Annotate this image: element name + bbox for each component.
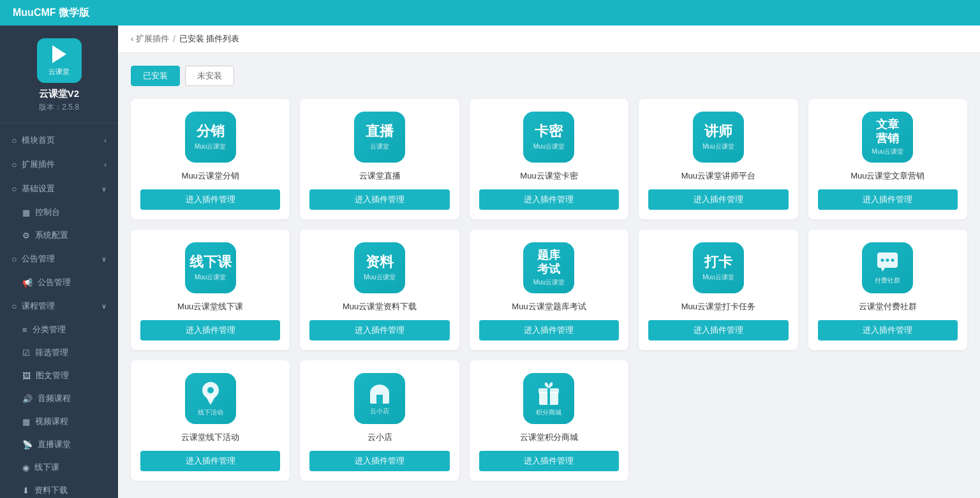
sidebar-label-plugins: 扩展插件: [22, 159, 55, 170]
breadcrumb-current: 已安装 插件列表: [179, 33, 240, 45]
content-area: ‹ 扩展插件 / 已安装 插件列表 已安装 未安装 分销 Muu云课堂 Muu云…: [118, 26, 980, 498]
plugin-name-ziliao: Muu云课堂资料下载: [343, 301, 417, 312]
live-icon: 📡: [22, 440, 33, 450]
sidebar-label-notice: 公告管理: [22, 253, 55, 265]
sidebar-label-offline: 线下课: [34, 462, 59, 473]
app-title: MuuCMF 微学版: [13, 6, 89, 20]
breadcrumb-parent[interactable]: ‹ 扩展插件: [131, 33, 169, 45]
megaphone-icon: 📢: [22, 278, 33, 288]
circle-icon-4: ○: [11, 254, 17, 264]
plugin-grid: 分销 Muu云课堂 Muu云课堂分销 进入插件管理 直播 云课堂 云课堂直播 进…: [131, 99, 967, 481]
plugin-icon-zhibo: 直播 云课堂: [354, 112, 405, 163]
chevron-down-icon-3: ∨: [101, 302, 107, 311]
plugin-card-tikulkaoshi: 题库考试 Muu云课堂 Muu云课堂题库考试 进入插件管理: [470, 230, 628, 350]
plugin-card-jifenshangcheng: 积分商城 云课堂积分商城 进入插件管理: [470, 360, 628, 481]
chat-icon: [876, 251, 899, 274]
plugin-icon-text-zhibo: 直播: [366, 123, 394, 140]
svg-rect-12: [547, 388, 550, 405]
plugin-icon-sub-zhibo: 云课堂: [370, 142, 389, 151]
sidebar-item-control-panel[interactable]: ▦ 控制台: [0, 201, 118, 224]
plugin-btn-fufeishequ[interactable]: 进入插件管理: [818, 320, 958, 341]
plugin-btn-daka[interactable]: 进入插件管理: [648, 320, 788, 341]
plugin-card-yunxiaodian: 云小店 云小店 进入插件管理: [300, 360, 459, 481]
store-icon: [367, 382, 392, 405]
sidebar-item-plugins[interactable]: ○ 扩展插件 ‹: [0, 152, 118, 177]
sidebar-item-data-download[interactable]: ⬇ 资料下载: [0, 479, 118, 498]
plugin-btn-jiangshi[interactable]: 进入插件管理: [648, 189, 788, 210]
svg-marker-4: [881, 268, 885, 272]
list-icon: ≡: [22, 325, 27, 335]
sidebar-label-filter: 筛选管理: [35, 347, 68, 358]
circle-icon: ○: [11, 135, 17, 145]
top-header: MuuCMF 微学版: [0, 0, 980, 26]
chevron-down-icon: ∨: [101, 185, 107, 193]
sidebar-item-video[interactable]: ▦ 视频课程: [0, 410, 118, 433]
sidebar-logo: 云课堂 云课堂V2 版本：2.5.8: [0, 26, 118, 123]
plugin-btn-fxiao[interactable]: 进入插件管理: [140, 189, 280, 210]
plugin-btn-zhibo[interactable]: 进入插件管理: [309, 189, 449, 210]
plugin-btn-tikulkaoshi[interactable]: 进入插件管理: [479, 320, 619, 341]
sidebar-item-filter[interactable]: ☑ 筛选管理: [0, 341, 118, 364]
plugin-icon-fxiao: 分销 Muu云课堂: [185, 112, 236, 163]
plugin-name-xianxiahuodong: 云课堂线下活动: [181, 432, 239, 443]
sidebar-label-category: 分类管理: [33, 324, 66, 335]
sidebar-label-data: 资料下载: [34, 485, 68, 496]
sidebar-item-category[interactable]: ≡ 分类管理: [0, 318, 118, 341]
sidebar-item-audio[interactable]: 🔊 音频课程: [0, 387, 118, 410]
tab-installed[interactable]: 已安装: [131, 66, 180, 86]
location-pin-icon: [199, 381, 222, 406]
plugin-icon-jifenshangcheng: 积分商城: [523, 373, 574, 424]
content-main: 已安装 未安装 分销 Muu云课堂 Muu云课堂分销 进入插件管理: [118, 53, 980, 498]
audio-icon: 🔊: [22, 394, 33, 404]
play-icon: [52, 45, 66, 63]
video-icon: ▦: [22, 417, 30, 427]
tab-not-installed[interactable]: 未安装: [185, 66, 234, 86]
plugin-name-daka: Muu云课堂打卡任务: [681, 301, 755, 312]
plugin-btn-xianxiake[interactable]: 进入插件管理: [140, 320, 280, 341]
sidebar-item-course[interactable]: ○ 课程管理 ∨: [0, 294, 118, 318]
sidebar-item-image-text[interactable]: 🖼 图文管理: [0, 364, 118, 387]
plugin-icon-xianxiake: 线下课 Muu云课堂: [185, 242, 236, 293]
circle-icon-5: ○: [11, 301, 17, 311]
plugin-icon-fufeishequ: 付费社群: [862, 242, 913, 293]
plugin-btn-xianxiahuodong[interactable]: 进入插件管理: [140, 451, 280, 471]
plugin-icon-sub-ziliao: Muu云课堂: [364, 273, 395, 282]
plugin-icon-sub-jiangshi: Muu云课堂: [702, 142, 734, 151]
svg-point-1: [881, 258, 884, 261]
plugin-btn-ziliao[interactable]: 进入插件管理: [309, 320, 449, 341]
sidebar-label-module-home: 模块首页: [22, 135, 55, 146]
plugin-card-kami: 卡密 Muu云课堂 Muu云课堂卡密 进入插件管理: [470, 99, 628, 219]
chevron-down-icon-2: ∨: [101, 255, 107, 263]
sidebar-label-video: 视频课程: [35, 416, 68, 427]
plugin-icon-sub-fufeishequ: 付费社群: [875, 276, 900, 285]
sidebar: 云课堂 云课堂V2 版本：2.5.8 ○ 模块首页 ‹ ○ 扩展插件 ‹ ○ 基…: [0, 26, 118, 498]
plugin-icon-sub-daka: Muu云课堂: [702, 273, 734, 282]
plugin-name-wenzhangyingxiao: Muu云课堂文章营销: [850, 170, 924, 182]
sidebar-item-module-home[interactable]: ○ 模块首页 ‹: [0, 128, 118, 152]
sidebar-item-live[interactable]: 📡 直播课堂: [0, 433, 118, 456]
sidebar-item-system-config[interactable]: ⚙ 系统配置: [0, 224, 118, 247]
plugin-btn-yunxiaodian[interactable]: 进入插件管理: [309, 451, 449, 471]
image-icon: 🖼: [22, 371, 31, 381]
plugin-icon-kami: 卡密 Muu云课堂: [523, 112, 574, 163]
plugin-card-fufeishequ: 付费社群 云课堂付费社群 进入插件管理: [808, 230, 967, 350]
plugin-btn-jifenshangcheng[interactable]: 进入插件管理: [479, 451, 619, 471]
plugin-btn-kami[interactable]: 进入插件管理: [479, 189, 619, 210]
plugin-icon-sub-wenzhangyingxiao: Muu云课堂: [872, 147, 903, 156]
plugin-icon-sub-yunxiaodian: 云小店: [370, 407, 389, 416]
sidebar-item-basic-settings[interactable]: ○ 基础设置 ∨: [0, 177, 118, 201]
plugin-icon-text-xianxiake: 线下课: [189, 254, 232, 270]
plugin-btn-wenzhangyingxiao[interactable]: 进入插件管理: [818, 189, 958, 210]
sidebar-item-notice-sub[interactable]: 📢 公告管理: [0, 271, 118, 294]
sidebar-item-offline[interactable]: ◉ 线下课: [0, 456, 118, 479]
plugin-name-xianxiake: Muu云课堂线下课: [177, 301, 243, 312]
sidebar-label-image: 图文管理: [36, 370, 69, 381]
plugin-icon-sub-jifenshangcheng: 积分商城: [536, 408, 561, 417]
svg-point-6: [207, 387, 214, 393]
plugin-icon-text-daka: 打卡: [704, 254, 732, 270]
sidebar-item-notice[interactable]: ○ 公告管理 ∨: [0, 247, 118, 271]
location-icon: ◉: [22, 463, 29, 472]
plugin-name-fufeishequ: 云课堂付费社群: [859, 301, 917, 312]
plugin-card-xianxiahuodong: 线下活动 云课堂线下活动 进入插件管理: [131, 360, 290, 481]
plugin-name-jiangshi: Muu云课堂讲师平台: [681, 170, 755, 182]
